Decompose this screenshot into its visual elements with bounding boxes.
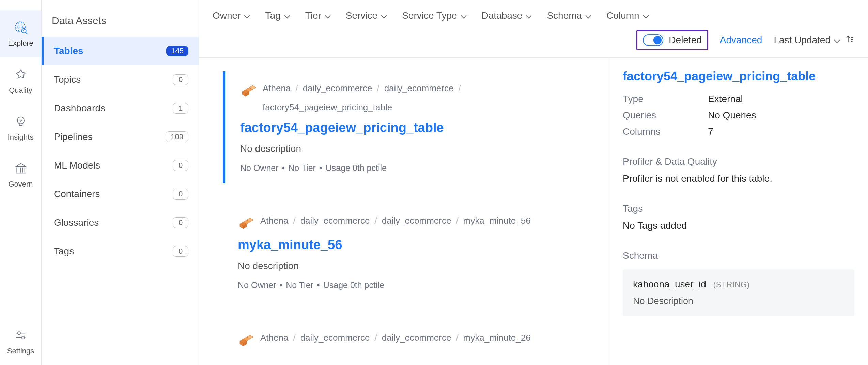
breadcrumb-separator: / [293,331,295,345]
sidebar-title: Data Assets [42,10,199,37]
breadcrumb-segment[interactable]: Athena [263,81,291,96]
chevron-down-icon [461,14,467,18]
detail-key: Queries [623,110,694,121]
breadcrumb-segment[interactable]: daily_ecommerce [382,331,451,345]
svg-point-9 [21,336,24,339]
filter-tier[interactable]: Tier [305,10,331,21]
breadcrumb-segment[interactable]: daily_ecommerce [382,214,451,228]
filter-label: Schema [547,10,582,21]
datasource-icon [240,83,257,99]
chevron-down-icon [526,14,532,18]
dot-separator: • [280,280,283,290]
breadcrumb-segment[interactable]: factory54_pageiew_pricing_table [263,100,392,115]
chevron-down-icon [325,14,331,18]
rail-item-settings[interactable]: Settings [0,318,41,365]
chevron-down-icon [244,14,250,18]
breadcrumb-separator: / [374,214,377,228]
filter-label: Service Type [402,10,457,21]
rail-item-explore[interactable]: Explore [0,10,41,57]
sidebar: Data Assets Tables145Topics0Dashboards1P… [42,0,199,365]
breadcrumb-segment[interactable]: myka_minute_56 [463,214,531,228]
result-meta-item: No Tier [286,280,313,290]
globe-search-icon [13,20,29,35]
detail-value: No Queries [708,110,756,121]
deleted-toggle[interactable] [643,34,663,46]
result-meta: No Owner•No Tier•Usage 0th pctile [238,280,585,290]
filter-label: Database [482,10,523,21]
result-card[interactable]: Athena/daily_ecommerce/daily_ecommerce/m… [223,321,595,359]
sort-dropdown[interactable]: Last Updated [774,35,854,46]
advanced-link[interactable]: Advanced [720,35,762,46]
filter-tag[interactable]: Tag [265,10,290,21]
breadcrumb-segment[interactable]: Athena [260,214,288,228]
filter-database[interactable]: Database [482,10,532,21]
profiler-heading: Profiler & Data Quality [623,156,854,167]
sidebar-item-count: 0 [173,160,188,171]
sidebar-item-label: ML Models [54,160,100,171]
bulb-icon [13,114,29,129]
sidebar-item-glossaries[interactable]: Glossaries0 [42,208,199,237]
chevron-down-icon [381,14,387,18]
column-name: kahoona_user_id [633,279,706,289]
schema-column[interactable]: kahoona_user_id (STRING) No Description [623,269,854,316]
details-panel: factory54_pageiew_pricing_table TypeExte… [609,58,868,365]
breadcrumb-segment[interactable]: daily_ecommerce [303,81,372,96]
filter-label: Owner [213,10,241,21]
breadcrumb-separator: / [456,214,458,228]
rail-item-govern[interactable]: Govern [0,151,41,198]
result-title[interactable]: factory54_pageiew_pricing_table [240,121,585,135]
dot-separator: • [317,280,320,290]
detail-title[interactable]: factory54_pageiew_pricing_table [623,69,854,83]
column-desc: No Description [633,296,844,306]
tags-heading: Tags [623,203,854,214]
sidebar-item-pipelines[interactable]: Pipelines109 [42,123,199,151]
sidebar-item-label: Glossaries [54,217,99,228]
sidebar-item-topics[interactable]: Topics0 [42,65,199,94]
sidebar-item-count: 0 [173,217,188,228]
filter-label: Service [346,10,377,21]
svg-line-4 [25,32,27,34]
breadcrumb-segment[interactable]: daily_ecommerce [300,331,370,345]
sidebar-item-containers[interactable]: Containers0 [42,180,199,208]
breadcrumb-segment[interactable]: daily_ecommerce [300,214,370,228]
filter-column[interactable]: Column [606,10,649,21]
breadcrumb-segment[interactable]: daily_ecommerce [384,81,454,96]
breadcrumb-segment[interactable]: Athena [260,331,288,345]
sidebar-item-count: 109 [166,131,188,142]
rail-label: Insights [8,133,34,142]
detail-kv-row: TypeExternal [623,94,854,105]
result-meta-item: No Tier [288,163,316,173]
sidebar-item-tables[interactable]: Tables145 [42,37,199,65]
sidebar-item-tags[interactable]: Tags0 [42,237,199,266]
result-meta-item: No Owner [238,280,276,290]
sidebar-item-dashboards[interactable]: Dashboards1 [42,94,199,123]
chevron-down-icon [834,38,840,42]
rail-label: Govern [8,180,33,189]
filter-label: Column [606,10,639,21]
rail-item-insights[interactable]: Insights [0,104,41,151]
breadcrumb-segment[interactable]: myka_minute_26 [463,331,531,345]
result-meta-item: Usage 0th pctile [323,280,384,290]
sidebar-item-label: Tags [54,246,74,257]
medal-icon [13,67,29,82]
filter-service[interactable]: Service [346,10,387,21]
result-card[interactable]: Athena/daily_ecommerce/daily_ecommerce/f… [223,71,595,183]
breadcrumb-separator: / [374,331,377,345]
result-meta-item: Usage 0th pctile [326,163,387,173]
sidebar-item-ml-models[interactable]: ML Models0 [42,151,199,180]
breadcrumb-separator: / [295,81,298,96]
result-card[interactable]: Athena/daily_ecommerce/daily_ecommerce/m… [223,204,595,300]
result-meta: No Owner•No Tier•Usage 0th pctile [240,163,585,173]
filter-owner[interactable]: Owner [213,10,250,21]
result-title[interactable]: myka_minute_56 [238,238,585,252]
filter-schema[interactable]: Schema [547,10,591,21]
dot-separator: • [319,163,322,173]
rail-item-quality[interactable]: Quality [0,57,41,104]
detail-value: 7 [708,126,713,137]
filter-service-type[interactable]: Service Type [402,10,466,21]
sidebar-item-count: 0 [173,74,188,85]
svg-point-5 [17,117,24,124]
breadcrumb-separator: / [456,331,458,345]
rail-label: Settings [7,347,34,355]
result-meta-item: No Owner [240,163,279,173]
